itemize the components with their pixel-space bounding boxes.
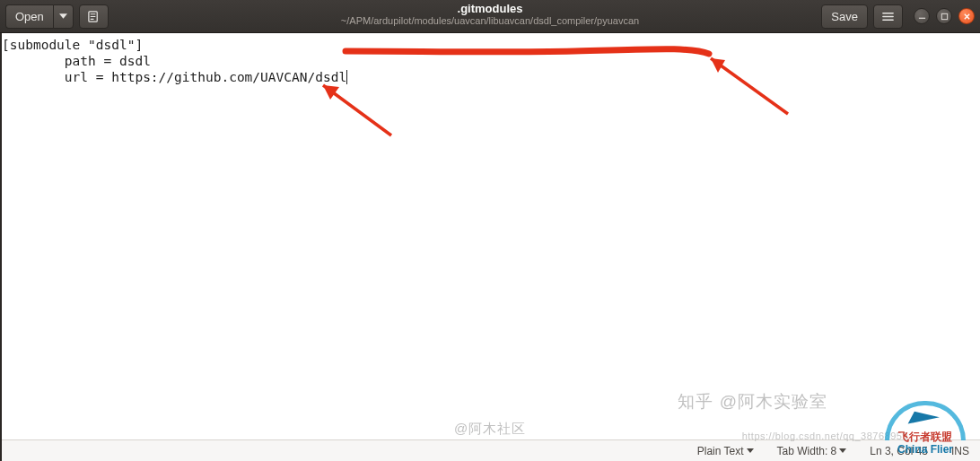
svg-rect-1	[941, 13, 947, 19]
headerbar: Open .gitmodules ~/APM/ardupilot/modules…	[0, 0, 980, 33]
chevron-down-icon	[59, 13, 67, 19]
hamburger-icon	[881, 10, 895, 23]
chevron-down-icon	[839, 448, 846, 453]
maximize-button[interactable]	[936, 8, 952, 24]
minimize-button[interactable]	[914, 8, 930, 24]
window-controls	[914, 8, 975, 24]
window-title: .gitmodules	[458, 2, 523, 15]
text-caret	[346, 70, 347, 84]
hamburger-menu-button[interactable]	[873, 4, 903, 29]
text-editor[interactable]: [submodule "dsdl"] path = dsdl url = htt…	[0, 33, 980, 439]
new-tab-icon	[87, 10, 101, 23]
new-document-button[interactable]	[79, 4, 109, 29]
insert-mode[interactable]: INS	[951, 445, 969, 457]
cursor-position: Ln 3, Col 45	[870, 445, 928, 457]
syntax-selector[interactable]: Plain Text	[697, 445, 754, 457]
save-label: Save	[831, 10, 858, 23]
syntax-label: Plain Text	[697, 445, 744, 457]
save-button[interactable]: Save	[821, 4, 868, 29]
tabwidth-selector[interactable]: Tab Width: 8	[777, 445, 847, 457]
position-label: Ln 3, Col 45	[870, 445, 928, 457]
open-button[interactable]: Open	[5, 4, 53, 29]
open-label: Open	[15, 10, 44, 23]
window-subtitle: ~/APM/ardupilot/modules/uavcan/libuavcan…	[341, 15, 639, 26]
chevron-down-icon	[747, 448, 754, 453]
close-button[interactable]	[958, 8, 975, 24]
launcher-edge	[0, 33, 2, 461]
open-dropdown[interactable]	[53, 4, 74, 29]
tabwidth-label: Tab Width: 8	[777, 445, 837, 457]
statusbar: Plain Text Tab Width: 8 Ln 3, Col 45 INS	[0, 439, 980, 461]
insert-label: INS	[951, 445, 969, 457]
